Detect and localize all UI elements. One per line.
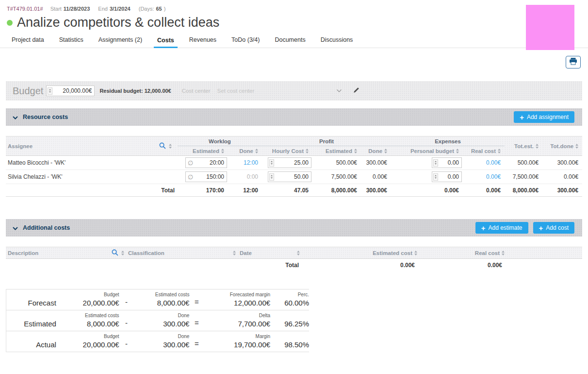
sort-icon[interactable]	[384, 149, 387, 153]
budget-input[interactable]: 20,000.00€	[46, 85, 95, 96]
chevron-down-icon[interactable]	[13, 223, 18, 232]
column-header-tot-done[interactable]: Tot.done	[542, 136, 582, 156]
sort-icon[interactable]	[255, 149, 258, 153]
sticky-note[interactable]	[526, 5, 574, 50]
page-title: Analize competitors & collect ideas	[17, 15, 219, 30]
total-profit-estimated: 8,000.00€	[312, 184, 361, 197]
add-assignment-button[interactable]: + Add assignment	[514, 111, 574, 123]
personal-budget-cell: 0.00	[391, 156, 463, 170]
chevron-down-icon[interactable]	[13, 113, 18, 121]
budget-bar: Budget 20,000.00€ Residual budget: 12,00…	[6, 81, 582, 101]
column-header-worklog-done[interactable]: Done	[228, 146, 262, 156]
resource-costs-table: Assignee Worklog Profit Expenses Tot.est…	[6, 136, 582, 197]
tab-documents[interactable]: Documents	[275, 36, 305, 48]
sort-icon[interactable]	[297, 251, 300, 255]
hourly-cost-input[interactable]: 50.00	[268, 171, 311, 182]
column-header-classification[interactable]: Classification	[126, 247, 238, 259]
column-header-personal-budget[interactable]: Personal budget	[391, 146, 463, 156]
assignee-name: Silvia Chelazzi - 'WK'	[6, 170, 178, 184]
real-cost-link[interactable]: 0.00€	[486, 173, 501, 180]
add-cost-button[interactable]: + Add cost	[533, 222, 574, 234]
stepper-icon[interactable]	[433, 159, 438, 167]
tab-revenues[interactable]: Revenues	[189, 36, 216, 48]
profit-done-cell: 300.00€	[361, 156, 391, 170]
chevron-down-icon[interactable]	[336, 89, 342, 93]
additional-costs-table: Description Classification Date Estimate…	[6, 247, 582, 272]
total-label: Total	[6, 259, 302, 272]
sort-icon[interactable]	[221, 149, 224, 153]
stepper-icon[interactable]	[433, 173, 438, 181]
start-label: Start	[50, 6, 62, 12]
tab-statistics[interactable]: Statistics	[59, 36, 83, 48]
column-header-worklog-estimated[interactable]: Estimated	[178, 146, 228, 156]
tab-bar: Project data Statistics Assignments (2) …	[0, 30, 588, 48]
column-header-real-cost[interactable]: Real cost	[423, 247, 510, 259]
cost-center-label: Cost center	[182, 88, 211, 94]
column-header-description: Description	[6, 247, 126, 259]
tab-assignments[interactable]: Assignments (2)	[98, 36, 142, 48]
total-worklog-estimated: 170:00	[178, 184, 228, 197]
total-hourly-cost: 47.05	[262, 184, 312, 197]
column-header-real-cost[interactable]: Real cost	[463, 146, 505, 156]
column-header-spacer	[510, 247, 582, 259]
sort-icon[interactable]	[498, 149, 501, 153]
worklog-estimated-cell: ∅ 20:00	[178, 156, 228, 170]
additional-costs-header: Additional costs + Add estimate + Add co…	[6, 219, 582, 237]
profit-estimated-cell: 7,500.00€	[312, 170, 361, 184]
worklog-estimated-input[interactable]: ∅ 20:00	[185, 157, 227, 168]
column-header-date[interactable]: Date	[238, 247, 302, 259]
sort-icon[interactable]	[306, 149, 309, 153]
start-date: 11/28/2023	[64, 6, 90, 12]
add-estimate-button[interactable]: + Add estimate	[475, 222, 528, 234]
sort-icon[interactable]	[536, 144, 539, 149]
total-worklog-done: 12:00	[228, 184, 262, 197]
title-row: Analize competitors & collect ideas	[7, 15, 588, 30]
cost-center-select[interactable]: Cost center Set cost center	[182, 88, 342, 94]
worklog-done-link[interactable]: 12:00	[244, 159, 258, 166]
worklog-estimated-cell: ∅ 150:00	[178, 170, 228, 184]
sort-icon[interactable]	[502, 251, 505, 255]
status-dot-icon	[7, 20, 13, 26]
personal-budget-input[interactable]: 0.00	[432, 157, 462, 168]
tab-costs[interactable]: Costs	[154, 37, 178, 48]
tab-todo[interactable]: ToDo (3/4)	[231, 36, 260, 48]
sort-icon[interactable]	[169, 144, 172, 149]
hourly-cost-input[interactable]: 25.00	[268, 157, 311, 168]
tot-done-cell: 300.00€	[542, 156, 582, 170]
sort-icon[interactable]	[121, 251, 124, 255]
column-header-hourly-cost[interactable]: Hourly Cost	[262, 146, 312, 156]
plus-icon: +	[481, 224, 486, 232]
sort-icon[interactable]	[354, 149, 357, 153]
sort-icon[interactable]	[575, 144, 578, 149]
search-icon[interactable]	[159, 142, 166, 150]
summary-row-name: Actual	[36, 340, 56, 349]
summary-row-name: Forecast	[28, 299, 56, 307]
totals-row: Total 170:00 12:00 47.05 8,000.00€ 300.0…	[6, 184, 582, 197]
tot-est-cell: 500.00€	[505, 156, 542, 170]
plus-icon: +	[539, 224, 543, 232]
print-button[interactable]	[566, 56, 581, 68]
column-header-estimated-cost[interactable]: Estimated cost	[302, 247, 423, 259]
stepper-icon[interactable]	[269, 159, 274, 167]
column-header-profit-done[interactable]: Done	[361, 146, 391, 156]
worklog-done-cell: 0:00	[228, 170, 262, 184]
personal-budget-input[interactable]: 0.00	[432, 171, 462, 182]
column-header-profit-estimated[interactable]: Estimated	[312, 146, 361, 156]
stepper-icon[interactable]	[269, 173, 274, 181]
pencil-icon	[353, 86, 360, 96]
sort-icon[interactable]	[456, 149, 459, 153]
stepper-icon[interactable]	[48, 87, 52, 95]
group-header-worklog: Worklog	[178, 136, 262, 146]
tab-project-data[interactable]: Project data	[12, 36, 44, 48]
column-header-tot-est[interactable]: Tot.est.	[505, 136, 542, 156]
cost-summary-table: Forecast Budget20,000.00€ - Estimated co…	[6, 289, 309, 352]
edit-budget-button[interactable]	[353, 86, 360, 96]
tab-discussions[interactable]: Discussions	[321, 36, 353, 48]
worklog-estimated-input[interactable]: ∅ 150:00	[185, 171, 227, 182]
sort-icon[interactable]	[414, 251, 417, 255]
real-cost-link[interactable]: 0.00€	[486, 159, 501, 166]
end-label: End	[98, 6, 108, 12]
cost-center-placeholder: Set cost center	[217, 88, 255, 94]
sort-icon[interactable]	[233, 251, 236, 255]
search-icon[interactable]	[112, 249, 118, 257]
